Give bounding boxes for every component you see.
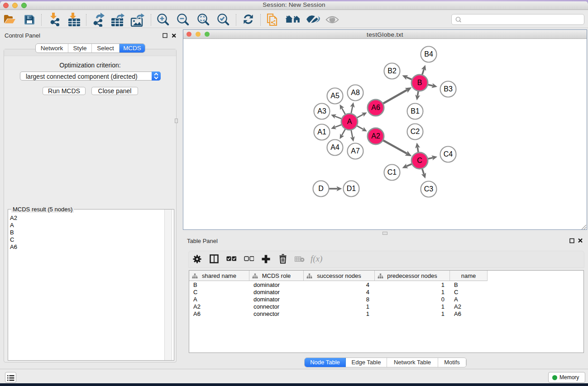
svg-text:A8: A8 — [351, 89, 360, 96]
svg-text:D1: D1 — [347, 185, 356, 192]
svg-text:D: D — [318, 185, 324, 192]
svg-text:A5: A5 — [330, 92, 339, 100]
svg-text:B4: B4 — [424, 50, 433, 58]
svg-text:A1: A1 — [317, 128, 326, 136]
svg-text:A3: A3 — [317, 107, 326, 115]
svg-text:C: C — [417, 157, 422, 164]
svg-text:B: B — [417, 79, 422, 86]
svg-text:A: A — [347, 118, 352, 125]
svg-text:C3: C3 — [424, 185, 434, 193]
svg-text:A2: A2 — [371, 132, 380, 140]
svg-text:C2: C2 — [411, 128, 420, 135]
svg-text:B3: B3 — [444, 85, 453, 93]
svg-text:C4: C4 — [444, 150, 453, 158]
svg-text:B1: B1 — [411, 107, 420, 115]
svg-text:A7: A7 — [351, 147, 360, 155]
svg-text:A6: A6 — [371, 104, 380, 111]
svg-text:C1: C1 — [387, 168, 397, 176]
svg-text:B2: B2 — [387, 67, 397, 75]
svg-text:A4: A4 — [330, 143, 339, 151]
